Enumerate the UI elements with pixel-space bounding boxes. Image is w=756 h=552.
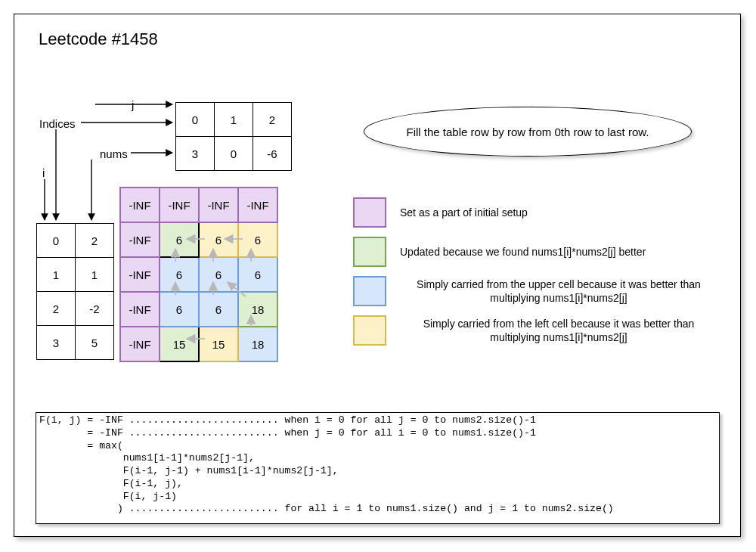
dp-cell: 6 — [238, 257, 277, 292]
left-idx-0: 0 — [37, 224, 76, 258]
dp-cell: 15 — [199, 327, 238, 361]
top-table: 0 1 2 3 0 -6 — [175, 102, 292, 171]
left-idx-2: 2 — [37, 292, 76, 326]
dp-cell: 18 — [238, 292, 277, 327]
top-idx-0: 0 — [176, 103, 215, 137]
indices-label: Indices — [39, 117, 76, 130]
j-label: j — [132, 98, 134, 111]
dp-cell: -INF — [120, 257, 160, 292]
legend-swatch — [353, 237, 386, 267]
dp-cell: 6 — [238, 222, 277, 257]
diagram-page: Leetcode #1458 Indices nums i j 0 1 2 3 … — [14, 14, 741, 537]
legend-swatch — [353, 315, 386, 346]
dp-cell: -INF — [120, 222, 160, 257]
left-table: 02 11 2-2 35 — [36, 223, 114, 360]
top-idx-1: 1 — [215, 103, 253, 137]
dp-cell: 6 — [160, 222, 199, 257]
legend-text: Set as a part of initial setup — [400, 206, 528, 219]
top-idx-2: 2 — [253, 103, 292, 137]
nums-label: nums — [100, 147, 128, 160]
top-num-0: 3 — [176, 137, 215, 171]
legend-text: Simply carried from the upper cell becau… — [400, 278, 717, 305]
instruction-text: Fill the table row by row from 0th row t… — [407, 126, 649, 138]
legend-row: Set as a part of initial setup — [353, 197, 717, 228]
dp-cell: -INF — [199, 188, 238, 222]
dp-cell: -INF — [120, 292, 160, 327]
dp-cell: -INF — [238, 188, 277, 222]
top-num-1: 0 — [215, 137, 253, 171]
left-num-3: 5 — [76, 326, 114, 360]
dp-cell: -INF — [120, 327, 160, 361]
dp-cell: 6 — [199, 292, 238, 327]
left-num-2: -2 — [76, 292, 114, 326]
dp-cell: 6 — [160, 292, 199, 327]
left-num-1: 1 — [76, 258, 114, 292]
top-num-2: -6 — [253, 137, 292, 171]
page-title: Leetcode #1458 — [39, 29, 158, 49]
dp-cell: 6 — [199, 222, 238, 257]
dp-cell: -INF — [120, 188, 160, 222]
dp-cell: -INF — [160, 188, 199, 222]
legend-row: Simply carried from the upper cell becau… — [353, 276, 717, 306]
legend-swatch — [353, 276, 386, 306]
instruction-ellipse: Fill the table row by row from 0th row t… — [364, 107, 692, 157]
left-idx-1: 1 — [37, 258, 76, 292]
legend-text: Updated because we found nums1[i]*nums2[… — [400, 245, 646, 259]
legend-text: Simply carried from the left cell becaus… — [400, 317, 717, 344]
legend-row: Simply carried from the left cell becaus… — [353, 315, 717, 346]
left-num-0: 2 — [76, 224, 114, 258]
legend: Set as a part of initial setupUpdated be… — [353, 197, 717, 355]
dp-cell: 15 — [160, 327, 199, 361]
i-label: i — [42, 166, 45, 179]
legend-swatch — [353, 197, 386, 228]
dp-table: -INF-INF-INF-INF-INF666-INF666-INF6618-I… — [119, 187, 278, 362]
left-idx-3: 3 — [37, 326, 76, 360]
dp-cell: 18 — [238, 327, 277, 361]
recurrence-code: F(i, j) = -INF .........................… — [36, 412, 720, 524]
dp-cell: 6 — [199, 257, 238, 292]
legend-row: Updated because we found nums1[i]*nums2[… — [353, 237, 717, 267]
dp-cell: 6 — [160, 257, 199, 292]
